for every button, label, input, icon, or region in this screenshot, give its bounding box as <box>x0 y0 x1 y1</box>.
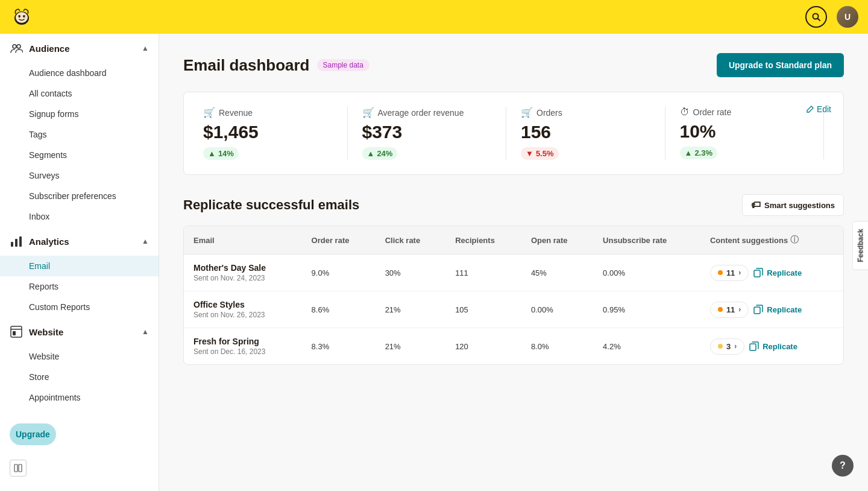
col-unsubscribe-rate: Unsubscribe rate <box>593 226 700 255</box>
col-recipients: Recipients <box>445 226 521 255</box>
search-button[interactable] <box>805 6 827 28</box>
sidebar-bottom: Upgrade <box>0 414 159 491</box>
down-arrow-orders: ▼ <box>526 149 533 158</box>
svg-rect-13 <box>11 326 22 337</box>
row1-email-name: Mother's Day Sale <box>193 263 292 273</box>
sidebar-item-custom-reports[interactable]: Custom Reports <box>0 297 159 317</box>
sidebar-item-inbox[interactable]: Inbox <box>0 206 159 227</box>
col-order-rate: Order rate <box>302 226 376 255</box>
order-rate-value: 10% <box>680 121 810 142</box>
svg-point-9 <box>17 45 20 48</box>
svg-rect-17 <box>19 464 22 472</box>
sidebar-item-appointments[interactable]: Appointments <box>0 387 159 408</box>
user-avatar[interactable]: U <box>837 6 858 28</box>
table-row: Mother's Day Sale Sent on Nov. 24, 2023 … <box>184 255 843 291</box>
upgrade-standard-plan-button[interactable]: Upgrade to Standard plan <box>717 53 844 77</box>
content-suggestions-info-icon[interactable]: ⓘ <box>790 235 799 246</box>
row2-email-name: Office Styles <box>193 300 292 309</box>
row3-email-date: Sent on Dec. 16, 2023 <box>193 347 292 356</box>
sidebar-item-segments[interactable]: Segments <box>0 145 159 165</box>
sidebar-item-subscriber-preferences[interactable]: Subscriber preferences <box>0 186 159 206</box>
up-arrow-avg: ▲ <box>367 149 375 158</box>
row1-suggestion-badge[interactable]: 11 › <box>710 265 749 281</box>
sidebar-item-website[interactable]: Website <box>0 346 159 367</box>
orders-change: ▼ 5.5% <box>521 147 559 160</box>
row1-open-rate: 45% <box>521 255 593 291</box>
analytics-section: Analytics ▲ Email Reports Custom Reports <box>0 227 159 317</box>
orders-value: 156 <box>521 122 650 142</box>
table-header-row: Email Order rate Click rate Recipients O… <box>184 226 843 255</box>
help-button[interactable]: ? <box>832 455 854 477</box>
row1-replicate-button[interactable]: Replicate <box>753 268 802 277</box>
revenue-label: Revenue <box>219 108 253 118</box>
audience-items: Audience dashboard All contacts Signup f… <box>0 63 159 227</box>
upgrade-button[interactable]: Upgrade <box>10 423 56 445</box>
section-header: Replicate successful emails 🏷 Smart sugg… <box>183 194 844 216</box>
feedback-tab[interactable]: Feedback <box>852 221 868 270</box>
analytics-items: Email Reports Custom Reports <box>0 256 159 317</box>
order-rate-change: ▲ 2.3% <box>680 147 718 159</box>
row1-chevron-right-icon: › <box>738 268 741 277</box>
smart-suggestions-button[interactable]: 🏷 Smart suggestions <box>742 194 844 216</box>
sidebar-item-all-contacts[interactable]: All contacts <box>0 83 159 104</box>
sidebar-item-signup-forms[interactable]: Signup forms <box>0 104 159 124</box>
row2-email: Office Styles Sent on Nov. 26, 2023 <box>184 291 302 328</box>
svg-rect-12 <box>19 236 22 247</box>
row3-order-rate: 8.3% <box>302 328 376 365</box>
svg-rect-16 <box>14 464 17 472</box>
row2-suggestion-badge[interactable]: 11 › <box>710 302 749 318</box>
row2-chevron-right-icon: › <box>738 305 741 314</box>
cart-icon-revenue: 🛒 <box>203 107 215 118</box>
row2-recipients: 105 <box>445 291 521 328</box>
sidebar-item-tags[interactable]: Tags <box>0 124 159 145</box>
page-title: Email dashboard <box>183 56 310 75</box>
mailchimp-logo[interactable] <box>10 5 34 29</box>
website-icon <box>10 325 24 339</box>
topbar-right: U <box>805 6 858 28</box>
audience-chevron: ▲ <box>142 44 149 52</box>
smart-suggestions-label: Smart suggestions <box>764 201 835 210</box>
row2-order-rate: 8.6% <box>302 291 376 328</box>
row3-replicate-button[interactable]: Replicate <box>749 341 797 351</box>
sidebar-item-reports[interactable]: Reports <box>0 276 159 297</box>
sidebar-item-surveys[interactable]: Surveys <box>0 165 159 186</box>
sidebar-item-store[interactable]: Store <box>0 367 159 387</box>
sidebar: Audience ▲ Audience dashboard All contac… <box>0 34 159 491</box>
svg-rect-15 <box>13 331 16 335</box>
svg-rect-11 <box>15 239 17 247</box>
row3-dot-icon <box>718 344 723 349</box>
table-body: Mother's Day Sale Sent on Nov. 24, 2023 … <box>184 255 843 365</box>
page-header: Email dashboard Sample data Upgrade to S… <box>183 53 844 77</box>
analytics-icon <box>10 234 24 249</box>
stat-order-rate: ⏱ Order rate 10% ▲ 2.3% <box>665 107 825 159</box>
row2-open-rate: 0.00% <box>521 291 593 328</box>
edit-label: Edit <box>817 104 831 114</box>
avg-order-change: ▲ 24% <box>362 147 398 160</box>
edit-button[interactable]: Edit <box>806 104 831 114</box>
sidebar-collapse-button[interactable] <box>10 460 27 477</box>
svg-point-5 <box>25 16 26 17</box>
row2-dot-icon <box>718 307 723 312</box>
revenue-value: $1,465 <box>203 122 333 142</box>
up-arrow-order-rate: ▲ <box>685 148 693 157</box>
row3-email-name: Fresh for Spring <box>193 337 292 346</box>
revenue-change: ▲ 14% <box>203 147 239 160</box>
row3-click-rate: 21% <box>376 328 445 365</box>
orders-label: Orders <box>536 108 562 118</box>
sidebar-item-audience-dashboard[interactable]: Audience dashboard <box>0 63 159 83</box>
website-group-header[interactable]: Website ▲ <box>0 317 159 346</box>
row2-replicate-button[interactable]: Replicate <box>753 305 802 314</box>
avg-order-value: $373 <box>362 122 492 142</box>
audience-group-header[interactable]: Audience ▲ <box>0 34 159 63</box>
row1-unsubscribe-rate: 0.00% <box>593 255 700 291</box>
avg-order-label: Average order revenue <box>378 108 464 118</box>
svg-point-1 <box>16 12 28 23</box>
svg-point-4 <box>17 16 19 17</box>
stat-revenue: 🛒 Revenue $1,465 ▲ 14% <box>203 107 348 160</box>
website-items: Website Store Appointments <box>0 346 159 408</box>
analytics-group-header[interactable]: Analytics ▲ <box>0 227 159 256</box>
audience-icon <box>10 41 24 55</box>
row2-suggestions: 11 › Replicate <box>700 291 843 328</box>
row3-suggestion-badge[interactable]: 3 › <box>710 338 744 355</box>
sidebar-item-email[interactable]: Email <box>0 256 159 276</box>
